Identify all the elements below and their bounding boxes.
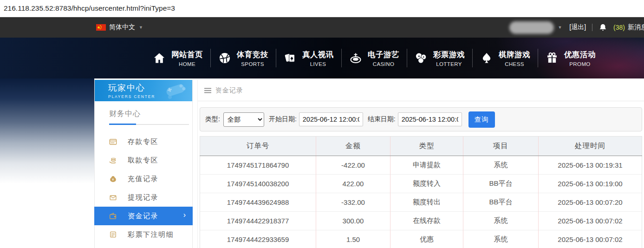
envelope-icon bbox=[108, 194, 117, 202]
nav-item-lottery[interactable]: 彩票游戏 LOTTERY bbox=[407, 50, 472, 67]
cell-time: 2025-06-13 00:07:02 bbox=[539, 230, 642, 248]
sidebar-item-label: 提现记录 bbox=[128, 193, 158, 202]
nav-item-sports[interactable]: 体育竞技 SPORTS bbox=[211, 50, 276, 67]
sidebar-item-label: 取款专区 bbox=[128, 156, 158, 165]
sidebar-item-label: 充值记录 bbox=[128, 175, 158, 183]
roulette-icon bbox=[349, 52, 362, 65]
user-bar: ★ 简体中文 ▼ ▼ [退出] (38) 新消息 bbox=[0, 17, 644, 38]
nav-title: 优惠活动 bbox=[564, 50, 596, 60]
table-row: 1749744422918377 300.00 在线存款 系统 2025-06-… bbox=[200, 212, 642, 230]
deposit-card-icon bbox=[108, 137, 117, 146]
end-date-input[interactable] bbox=[398, 112, 462, 126]
sidebar-item-recharge-records[interactable]: ¥ 充值记录 bbox=[95, 170, 192, 188]
nav-subtitle: HOME bbox=[171, 61, 203, 67]
message-label[interactable]: 新消息 bbox=[628, 23, 644, 32]
cell-order-no: 1749744439624988 bbox=[200, 193, 316, 212]
cell-project: 系统 bbox=[463, 212, 539, 230]
search-button[interactable]: 查询 bbox=[468, 111, 495, 128]
sidebar-item-lottery-bet-details[interactable]: 彩票下注明细 bbox=[95, 225, 192, 244]
nav-item-casino[interactable]: 电子游艺 CASINO bbox=[342, 50, 407, 67]
breadcrumb-label: 资金记录 bbox=[215, 86, 243, 95]
cell-amount: -422.00 bbox=[316, 156, 390, 175]
start-date-label: 开始日期: bbox=[269, 115, 297, 124]
nav-item-home[interactable]: 网站首页 HOME bbox=[145, 50, 210, 67]
cell-time: 2025-06-13 00:07:02 bbox=[539, 212, 642, 230]
sidebar-header: 玩家中心 PLAYERS CENTER bbox=[95, 80, 192, 101]
cell-amount: 1.50 bbox=[316, 230, 390, 248]
username-blurred[interactable] bbox=[509, 21, 554, 34]
sidebar: 玩家中心 PLAYERS CENTER 财务中心 存款专区 取款专区 bbox=[94, 80, 193, 248]
column-header-time: 处理时间 bbox=[539, 137, 642, 156]
nav-item-lives[interactable]: 真人视讯 LIVES bbox=[276, 50, 341, 67]
cell-time: 2025-06-13 00:19:31 bbox=[539, 156, 642, 175]
sidebar-item-hall-bet-records[interactable]: 厅室投注记录 bbox=[95, 244, 192, 248]
bell-icon[interactable] bbox=[598, 23, 607, 32]
cell-project: 系统 bbox=[463, 156, 539, 175]
money-bag-icon: ¥ bbox=[108, 175, 117, 183]
filter-bar: 类型: 全部 开始日期: 结束日期: 查询 bbox=[200, 107, 642, 131]
column-header-order-no: 订单号 bbox=[200, 137, 316, 156]
sidebar-item-withdrawal-records[interactable]: 提现记录 bbox=[95, 188, 192, 207]
playing-cards-icon bbox=[284, 52, 297, 65]
cell-project: BB平台 bbox=[463, 175, 539, 193]
type-select[interactable]: 全部 bbox=[223, 112, 264, 127]
user-actions: ▼ [退出] (38) 新消息 bbox=[509, 17, 644, 38]
hand-money-icon bbox=[108, 156, 117, 165]
sidebar-item-funds-records[interactable]: 资金记录 › bbox=[94, 207, 193, 225]
cell-type: 优惠 bbox=[390, 230, 463, 248]
hamburger-icon bbox=[204, 88, 211, 93]
chevron-down-icon[interactable]: ▼ bbox=[558, 25, 562, 30]
document-icon bbox=[108, 230, 117, 239]
content-area: 玩家中心 PLAYERS CENTER 财务中心 存款专区 取款专区 bbox=[0, 78, 644, 248]
nav-title: 电子游艺 bbox=[368, 50, 399, 60]
table-row: 1749744439624988 -332.00 额度转出 BB平台 2025-… bbox=[200, 193, 642, 212]
nav-title: 棋牌游戏 bbox=[499, 50, 530, 60]
language-selector[interactable]: ★ 简体中文 ▼ bbox=[96, 23, 143, 32]
spade-icon bbox=[480, 52, 493, 65]
china-flag-icon: ★ bbox=[96, 24, 106, 31]
sidebar-item-deposit-zone[interactable]: 存款专区 bbox=[95, 132, 192, 151]
home-icon bbox=[153, 52, 166, 65]
svg-text:¥: ¥ bbox=[112, 177, 114, 181]
banner-gradient bbox=[0, 78, 94, 248]
nav-title: 真人视讯 bbox=[302, 50, 334, 60]
main-nav: 网站首页 HOME 体育竞技 SPORTS 真人视讯 LIVES 电子游艺 CA… bbox=[0, 38, 644, 78]
sidebar-section-title: 财务中心 bbox=[109, 109, 192, 119]
gamepad-icon bbox=[163, 81, 188, 101]
start-date-input[interactable] bbox=[299, 112, 363, 126]
page-url: 216.118.235.52:8783/hhcp/usercenter.html… bbox=[4, 4, 175, 13]
section-underline bbox=[109, 124, 189, 125]
cell-order-no: 1749745171864790 bbox=[200, 156, 316, 175]
nav-title: 彩票游戏 bbox=[433, 50, 465, 60]
wallet-icon bbox=[108, 212, 117, 220]
nav-item-promo[interactable]: 优惠活动 PROMO bbox=[538, 50, 603, 67]
cell-order-no: 1749744422918377 bbox=[200, 212, 316, 230]
sidebar-item-label: 彩票下注明细 bbox=[128, 230, 174, 239]
table-header-row: 订单号 金额 类型 项目 处理时间 bbox=[200, 137, 642, 156]
cell-type: 额度转出 bbox=[390, 193, 463, 212]
cell-type: 额度转入 bbox=[390, 175, 463, 193]
language-label: 简体中文 bbox=[109, 23, 135, 32]
cell-amount: 422.00 bbox=[316, 175, 390, 193]
sidebar-item-label: 存款专区 bbox=[128, 137, 158, 146]
column-header-amount: 金额 bbox=[316, 137, 390, 156]
column-header-project: 项目 bbox=[463, 137, 539, 156]
funds-records-table: 订单号 金额 类型 项目 处理时间 1749745171864790 -422.… bbox=[200, 136, 642, 248]
logout-link[interactable]: [退出] bbox=[569, 23, 586, 32]
nav-title: 体育竞技 bbox=[237, 50, 268, 60]
cell-time: 2025-06-13 00:19:00 bbox=[539, 175, 642, 193]
breadcrumb: 资金记录 bbox=[198, 80, 644, 101]
nav-item-chess[interactable]: 棋牌游戏 CHESS bbox=[473, 50, 538, 67]
cell-type: 在线存款 bbox=[390, 212, 463, 230]
nav-subtitle: PROMO bbox=[564, 61, 596, 67]
address-bar[interactable]: 216.118.235.52:8783/hhcp/usercenter.html… bbox=[0, 0, 644, 17]
message-count[interactable]: (38) bbox=[613, 24, 625, 31]
table-row: 1749745171864790 -422.00 申请提款 系统 2025-06… bbox=[200, 156, 642, 175]
sidebar-menu: 存款专区 取款专区 ¥ 充值记录 提现记录 bbox=[95, 132, 192, 248]
cell-order-no: 1749745140038200 bbox=[200, 175, 316, 193]
sidebar-item-withdraw-zone[interactable]: 取款专区 bbox=[95, 151, 192, 170]
end-date-label: 结束日期: bbox=[368, 115, 396, 124]
cell-amount: 300.00 bbox=[316, 212, 390, 230]
gift-icon bbox=[546, 52, 559, 65]
cell-time: 2025-06-13 00:07:20 bbox=[539, 193, 642, 212]
